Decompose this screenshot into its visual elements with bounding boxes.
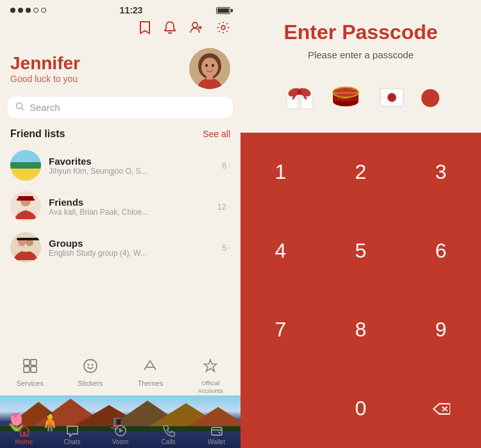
passcode-filled-dot — [421, 89, 439, 107]
friends-sub: Ava kali, Brian Paak, Chloe... — [49, 208, 210, 217]
services-label: Services — [17, 379, 44, 387]
key-8[interactable]: 8 — [321, 290, 401, 369]
svg-rect-17 — [24, 360, 30, 365]
svg-point-6 — [212, 64, 214, 67]
passcode-icons: Cartier — [283, 78, 439, 117]
battery-icon — [216, 7, 230, 14]
dot-5 — [41, 8, 46, 13]
key-9[interactable]: 9 — [401, 290, 481, 369]
passcode-top-area: Enter Passcode Please enter a passcode — [240, 0, 481, 133]
key-7[interactable]: 7 — [240, 290, 321, 369]
friend-lists-title: Friend lists — [10, 128, 65, 140]
avatar[interactable] — [189, 48, 230, 89]
friend-lists-header: Friend lists See all — [0, 126, 240, 145]
tab-themes[interactable]: Themes — [121, 358, 181, 394]
themes-icon — [142, 358, 158, 377]
settings-icon[interactable] — [216, 21, 230, 38]
see-all-link[interactable]: See all — [203, 129, 230, 139]
friends-name: Friends — [49, 197, 210, 208]
tab-official-accounts[interactable]: OfficialAccounts — [180, 358, 240, 394]
nav-chats[interactable]: Chats — [48, 424, 96, 447]
passcode-subtitle: Please enter a passcode — [308, 49, 414, 60]
passcode-title: Enter Passcode — [283, 21, 437, 44]
svg-point-22 — [87, 364, 89, 366]
key-4[interactable]: 4 — [240, 212, 321, 290]
user-tagline: Good luck to you — [10, 74, 80, 84]
svg-point-23 — [91, 364, 93, 366]
groups-count: 5 › — [222, 243, 230, 253]
chevron-icon: › — [228, 203, 230, 210]
svg-text:Cartier: Cartier — [338, 96, 349, 100]
signal-dots — [10, 8, 46, 13]
bookmark-icon[interactable] — [139, 21, 151, 38]
list-item-groups[interactable]: Groups English Study group (4), W... 5 › — [0, 227, 240, 268]
search-icon — [15, 102, 24, 113]
nav-calls[interactable]: Calls — [144, 424, 192, 447]
tab-services[interactable]: Services — [0, 358, 60, 394]
svg-rect-12 — [17, 199, 35, 201]
left-panel: 11:23 — [0, 0, 240, 448]
tab-icons-row: Services Stickers Themes — [0, 353, 240, 397]
svg-rect-35 — [212, 427, 222, 435]
favorites-name: Favorites — [49, 156, 214, 167]
dot-2 — [18, 8, 23, 13]
svg-rect-47 — [333, 92, 359, 94]
groups-info: Groups English Study group (4), W... — [49, 238, 214, 258]
friends-avatar — [10, 191, 41, 222]
key-6[interactable]: 6 — [401, 212, 481, 290]
bottom-scene: 🌷 🧍 🎩 Home Chats — [0, 395, 240, 448]
key-3[interactable]: 3 — [401, 133, 481, 212]
favorites-avatar — [10, 150, 41, 181]
list-item-favorites[interactable]: Favorites Jihyun Kim, Seungjoo O, S... 6… — [0, 145, 240, 186]
official-accounts-icon — [203, 358, 218, 377]
key-5[interactable]: 5 — [321, 212, 401, 290]
profile-area: Jennifer Good luck to you — [0, 43, 240, 97]
gift-icon-2: Cartier — [329, 78, 362, 117]
svg-rect-19 — [24, 367, 30, 372]
favorites-sub: Jihyun Kim, Seungjoo O, S... — [49, 167, 214, 176]
bottom-nav: Home Chats Voom Calls — [0, 424, 240, 447]
tab-stickers[interactable]: Stickers — [60, 358, 121, 394]
key-empty — [240, 369, 321, 448]
key-2[interactable]: 2 — [321, 133, 401, 212]
svg-rect-20 — [31, 367, 37, 372]
favorites-count: 6 › — [222, 161, 230, 170]
services-icon — [22, 358, 38, 377]
key-1[interactable]: 1 — [240, 133, 321, 212]
gift-icon-3 — [375, 78, 409, 117]
groups-avatar — [10, 232, 41, 263]
svg-rect-16 — [17, 238, 40, 240]
key-0[interactable]: 0 — [321, 369, 401, 448]
groups-sub: English Study group (4), W... — [49, 249, 214, 258]
keypad: 1 2 3 4 5 6 7 8 9 0 — [240, 133, 481, 448]
nav-wallet[interactable]: Wallet — [192, 424, 240, 447]
key-backspace[interactable] — [401, 369, 481, 448]
dot-3 — [26, 8, 31, 13]
profile-text: Jennifer Good luck to you — [10, 53, 80, 84]
status-time: 11:23 — [120, 5, 143, 15]
add-user-icon[interactable] — [189, 21, 203, 38]
official-accounts-label: OfficialAccounts — [198, 379, 223, 394]
svg-rect-18 — [31, 360, 37, 365]
nav-home[interactable]: Home — [0, 424, 48, 447]
svg-point-0 — [192, 22, 198, 28]
svg-point-21 — [84, 360, 97, 372]
themes-label: Themes — [138, 379, 164, 387]
dot-1 — [10, 8, 15, 13]
user-name: Jennifer — [10, 53, 80, 74]
bell-icon[interactable] — [164, 21, 176, 38]
nav-voom[interactable]: Voom — [96, 424, 144, 447]
friends-count: 12 › — [217, 202, 230, 212]
stickers-icon — [83, 358, 98, 377]
svg-point-4 — [201, 58, 218, 77]
dot-4 — [33, 8, 38, 13]
svg-point-5 — [205, 64, 208, 67]
search-bar[interactable]: Search — [8, 97, 233, 118]
groups-name: Groups — [49, 238, 214, 249]
friends-info: Friends Ava kali, Brian Paak, Chloe... — [49, 197, 210, 217]
right-panel: Enter Passcode Please enter a passcode — [240, 0, 481, 448]
status-bar: 11:23 — [0, 0, 240, 18]
chevron-icon: › — [228, 162, 230, 169]
svg-rect-7 — [207, 76, 213, 79]
list-item-friends[interactable]: Friends Ava kali, Brian Paak, Chloe... 1… — [0, 186, 240, 227]
